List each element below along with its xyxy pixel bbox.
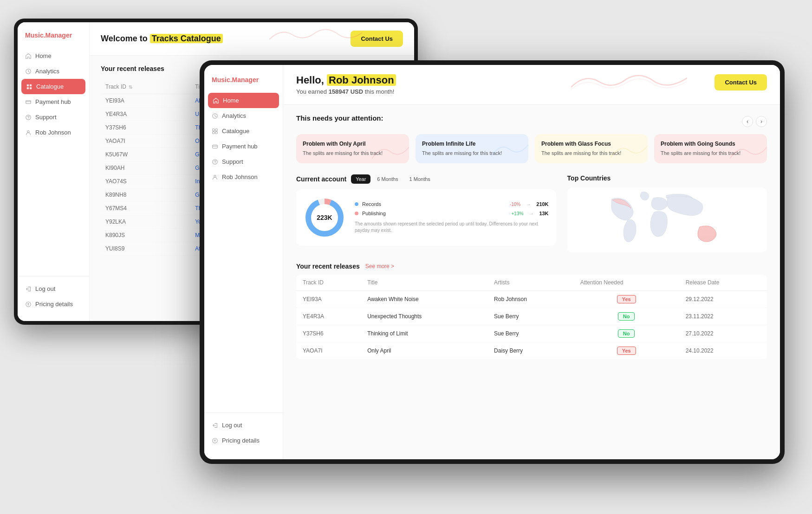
donut-center: 223K [317,214,332,221]
cell-id: YEI93A [296,291,361,308]
sidebar-logout-front[interactable]: Log out [204,418,283,433]
logout-label: Log out [35,285,55,292]
cell-date: 23.11.2022 [679,308,767,325]
table-row: YEI93A Awaken White Noise Rob Johnson Ye… [296,291,767,308]
cell-title: Only April [361,342,487,360]
sidebar-logo-front: Music.Manager [204,76,283,93]
legend-items: Records -10% → 210K Publishing +13% [355,201,549,234]
cell-id: YAOA7I [296,342,361,360]
svg-rect-16 [213,145,218,148]
attention-title: This needs your attention: [296,114,383,122]
svg-rect-2 [30,84,32,86]
table-row: YAOA7I Only April Daisy Berry Yes 24.10.… [296,342,767,360]
cell-id: Y92LKA [101,215,190,229]
countries-section: Top Countries [567,174,767,252]
nav-label: Home [223,97,239,104]
col-trackid: Track ID ⇅ [101,80,190,94]
logout-label: Log out [222,422,242,429]
legend-publishing: Publishing +13% → 13K [355,211,549,216]
attention-card-3: Problem with Going Sounds The splits are… [654,134,767,163]
tab-year[interactable]: Year [351,174,370,184]
records-change: -10% [510,202,520,207]
welcome-highlight: Tracks Catalogue [150,34,223,43]
sidebar-item-support-back[interactable]: Support [18,109,89,125]
table-row: Y37SH6 Thinking of Limit Sue Berry No 27… [296,325,767,342]
releases-table: Track ID Title Artists Attention Needed … [296,275,767,360]
records-dot [355,202,358,206]
publishing-value: 13K [539,211,548,216]
sidebar-item-support-front[interactable]: Support [204,154,283,169]
cell-id: K5U67W [101,148,190,161]
sidebar-item-home-back[interactable]: Home [18,48,89,64]
see-more-link[interactable]: See more > [365,263,394,270]
nav-label: Payment hub [222,143,258,150]
sidebar-logout-back[interactable]: Log out [18,281,89,296]
cell-attention: No [574,308,679,325]
svg-rect-14 [213,131,214,133]
user-highlight: Rob Johnson [327,74,396,86]
svg-point-7 [28,118,28,119]
attention-card-2: Problem with Glass Focus The splits are … [535,134,648,163]
attention-card-0: Problem with Only April The splits are m… [296,134,409,163]
nav-label: Rob Johnson [35,129,71,136]
sidebar-item-analytics-back[interactable]: Analytics [18,64,89,79]
rel-col-date: Release Date [679,275,767,291]
nav-label: Payment hub [35,98,71,105]
cell-id: Y37SH6 [101,121,190,135]
rel-col-artists: Artists [487,275,574,291]
prev-attention[interactable]: ‹ [742,116,753,127]
cell-id: YUI8S9 [101,242,190,256]
account-label: Current account Year 6 Months 1 Months [296,174,556,184]
next-attention[interactable]: › [756,116,767,127]
welcome-title: Welcome to Tracks Catalogue [101,34,223,44]
sidebar-bottom-back: Log out Pricing details [18,276,89,312]
sidebar-item-payment-front[interactable]: Payment hub [204,139,283,154]
cell-id: YAO74S [101,175,190,188]
sidebar-item-home-front[interactable]: Home [208,93,279,108]
sidebar-item-catalogue-back[interactable]: Catalogue [21,79,85,94]
attention-cards: Problem with Only April The splits are m… [296,134,767,163]
period-tabs: Year 6 Months 1 Months [351,174,435,184]
cell-attention: No [574,325,679,342]
sidebar-item-catalogue-front[interactable]: Catalogue [204,123,283,139]
pricing-label: Pricing details [222,437,260,444]
sidebar-item-payment-back[interactable]: Payment hub [18,94,89,109]
cell-id: K89NH8 [101,188,190,202]
cell-id: K890JS [101,229,190,242]
cell-attention: Yes [574,342,679,360]
cell-id: Y67MS4 [101,202,190,215]
section-title-back: Your recent releases [101,65,164,72]
svg-point-18 [214,163,215,163]
cell-id: YAOA7I [101,135,190,148]
sidebar-front: Music.Manager Home Analytics Catalogue P… [204,65,283,459]
sidebar-bottom-front: Log out Pricing details [204,412,283,448]
sidebar-item-user-front[interactable]: Rob Johnson [204,169,283,185]
nav-label: Catalogue [36,83,64,90]
cell-title: Thinking of Limit [361,325,487,342]
scene: Music.Manager Home Analytics Catalogue P… [0,0,812,514]
tab-6months[interactable]: 6 Months [372,174,403,184]
sidebar-pricing-back[interactable]: Pricing details [18,296,89,312]
cell-id: YEI93A [101,94,190,108]
header-wave [571,69,687,94]
earned-subtitle: You earned 158947 USD this month! [296,88,396,95]
cell-title: Awaken White Noise [361,291,487,308]
records-value: 210K [536,201,548,207]
sidebar-item-user-back[interactable]: Rob Johnson [18,125,89,140]
account-section: Current account Year 6 Months 1 Months [296,174,556,252]
cell-date: 24.10.2022 [679,342,767,360]
sidebar-item-analytics-front[interactable]: Analytics [204,108,283,123]
tab-1month[interactable]: 1 Months [405,174,435,184]
sidebar-pricing-front[interactable]: Pricing details [204,433,283,448]
publishing-change: +13% [512,211,524,216]
svg-rect-13 [215,128,217,130]
svg-rect-1 [27,84,29,86]
attention-section: This needs your attention: ‹ › Problem w… [296,114,767,163]
table-row: YE4R3A Unexpected Thoughts Sue Berry No … [296,308,767,325]
contact-button-front[interactable]: Contact Us [715,74,767,90]
legend-records: Records -10% → 210K [355,201,549,207]
pricing-label: Pricing details [35,301,73,308]
nav-label: Support [222,158,243,165]
donut-chart: 223K [304,197,345,238]
main-front: Hello, Rob Johnson You earned 158947 USD… [283,65,780,459]
